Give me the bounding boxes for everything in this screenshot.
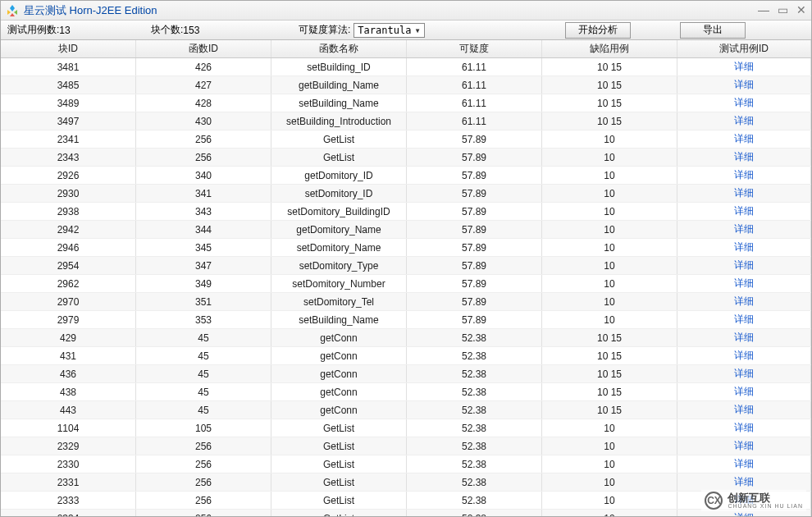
cell-func-name: getBuilding_Name bbox=[271, 76, 407, 94]
cell-score: 57.89 bbox=[407, 203, 542, 220]
detail-link[interactable]: 详细 bbox=[677, 474, 811, 491]
col-score[interactable]: 可疑度 bbox=[407, 40, 542, 57]
cell-func-id: 430 bbox=[136, 112, 271, 130]
test-cases-count: 测试用例数: 13 bbox=[1, 23, 144, 37]
cell-block-id: 2942 bbox=[1, 221, 136, 238]
table-row: 43845getConn52.3810 15详细 bbox=[1, 383, 811, 401]
table-row: 2938343setDomitory_BuildingID57.8910详细 bbox=[1, 203, 811, 221]
table-row: 3485427getBuilding_Name61.1110 15详细 bbox=[1, 76, 811, 94]
cell-score: 52.38 bbox=[407, 383, 542, 400]
cell-fail-cases: 10 15 bbox=[542, 94, 677, 112]
cell-score: 57.89 bbox=[407, 311, 542, 328]
col-case-id[interactable]: 测试用例ID bbox=[677, 40, 811, 57]
cell-func-id: 256 bbox=[136, 510, 271, 517]
cell-block-id: 438 bbox=[1, 383, 136, 400]
cell-func-id: 351 bbox=[136, 293, 271, 310]
cell-func-id: 353 bbox=[136, 311, 271, 328]
cell-fail-cases: 10 bbox=[542, 167, 677, 184]
detail-link[interactable]: 详细 bbox=[677, 275, 811, 292]
cell-block-id: 2329 bbox=[1, 437, 136, 455]
detail-link[interactable]: 详细 bbox=[677, 455, 811, 473]
cell-block-id: 1104 bbox=[1, 419, 136, 437]
data-table: 3481426setBuilding_ID61.1110 15详细3485427… bbox=[1, 58, 811, 517]
cell-block-id: 2343 bbox=[1, 149, 136, 166]
table-row: 2962349setDomitory_Number57.8910详细 bbox=[1, 275, 811, 293]
detail-link[interactable]: 详细 bbox=[677, 347, 811, 364]
detail-link[interactable]: 详细 bbox=[677, 257, 811, 274]
detail-link[interactable]: 详细 bbox=[677, 365, 811, 382]
cell-fail-cases: 10 bbox=[542, 455, 677, 473]
blocks-count: 块个数: 153 bbox=[144, 23, 292, 37]
cell-fail-cases: 10 bbox=[542, 130, 677, 148]
detail-link[interactable]: 详细 bbox=[677, 167, 811, 184]
detail-link[interactable]: 详细 bbox=[677, 185, 811, 202]
analyze-button[interactable]: 开始分析 bbox=[565, 22, 631, 39]
cell-func-name: setBuilding_Introduction bbox=[271, 112, 407, 130]
watermark: CX 创新互联 CHUANG XIN HU LIAN bbox=[701, 490, 806, 511]
detail-link[interactable]: 详细 bbox=[677, 437, 811, 455]
cell-fail-cases: 10 bbox=[542, 203, 677, 220]
cell-fail-cases: 10 bbox=[542, 492, 677, 509]
detail-link[interactable]: 详细 bbox=[677, 383, 811, 400]
export-button[interactable]: 导出 bbox=[680, 22, 746, 39]
detail-link[interactable]: 详细 bbox=[677, 221, 811, 238]
detail-link[interactable]: 详细 bbox=[677, 311, 811, 328]
close-icon[interactable]: ✕ bbox=[796, 3, 806, 16]
table-row: 2334256GetList52.3810详细 bbox=[1, 510, 811, 517]
cell-func-id: 340 bbox=[136, 167, 271, 184]
cell-func-id: 256 bbox=[136, 437, 271, 455]
table-row: 3489428setBuilding_Name61.1110 15详细 bbox=[1, 94, 811, 112]
algorithm-select[interactable]: Tarantula ▾ bbox=[354, 23, 424, 38]
cell-func-name: setDomitory_ID bbox=[271, 185, 407, 202]
detail-link[interactable]: 详细 bbox=[677, 239, 811, 256]
cell-block-id: 429 bbox=[1, 329, 136, 346]
cell-score: 57.89 bbox=[407, 239, 542, 256]
cell-func-name: getConn bbox=[271, 365, 407, 382]
table-row: 2930341setDomitory_ID57.8910详细 bbox=[1, 185, 811, 203]
detail-link[interactable]: 详细 bbox=[677, 94, 811, 112]
cell-func-name: getDomitory_Name bbox=[271, 221, 407, 238]
cell-fail-cases: 10 bbox=[542, 275, 677, 292]
table-row: 2331256GetList52.3810详细 bbox=[1, 474, 811, 492]
cell-score: 52.38 bbox=[407, 365, 542, 382]
cell-fail-cases: 10 bbox=[542, 221, 677, 238]
blocks-label: 块个数: bbox=[151, 23, 183, 37]
detail-link[interactable]: 详细 bbox=[677, 419, 811, 437]
minimize-icon[interactable]: — bbox=[758, 3, 769, 16]
detail-link[interactable]: 详细 bbox=[677, 329, 811, 346]
cell-score: 57.89 bbox=[407, 149, 542, 166]
cell-func-id: 428 bbox=[136, 94, 271, 112]
maximize-icon[interactable]: ▭ bbox=[778, 3, 788, 16]
col-func-name[interactable]: 函数名称 bbox=[271, 40, 407, 57]
detail-link[interactable]: 详细 bbox=[677, 203, 811, 220]
titlebar: 星云测试 Horn-J2EE Edition — ▭ ✕ bbox=[1, 1, 811, 21]
detail-link[interactable]: 详细 bbox=[677, 58, 811, 75]
cell-func-id: 347 bbox=[136, 257, 271, 274]
cell-func-id: 256 bbox=[136, 492, 271, 509]
toolbar: 测试用例数: 13 块个数: 153 可疑度算法: Tarantula ▾ 开始… bbox=[1, 21, 811, 40]
algo-selected-value: Tarantula bbox=[358, 25, 411, 36]
detail-link[interactable]: 详细 bbox=[677, 130, 811, 148]
detail-link[interactable]: 详细 bbox=[677, 401, 811, 419]
cell-block-id: 431 bbox=[1, 347, 136, 364]
cell-func-name: setDomitory_Number bbox=[271, 275, 407, 292]
detail-link[interactable]: 详细 bbox=[677, 112, 811, 130]
detail-link[interactable]: 详细 bbox=[677, 149, 811, 166]
cell-fail-cases: 10 bbox=[542, 311, 677, 328]
cell-fail-cases: 10 15 bbox=[542, 112, 677, 130]
cell-func-id: 45 bbox=[136, 347, 271, 364]
detail-link[interactable]: 详细 bbox=[677, 293, 811, 310]
col-block-id[interactable]: 块ID bbox=[1, 40, 136, 57]
table-row: 2343256GetList57.8910详细 bbox=[1, 149, 811, 167]
col-fail[interactable]: 缺陷用例 bbox=[542, 40, 677, 57]
cell-func-id: 256 bbox=[136, 474, 271, 491]
cell-block-id: 2946 bbox=[1, 239, 136, 256]
cell-func-name: GetList bbox=[271, 492, 407, 509]
detail-link[interactable]: 详细 bbox=[677, 76, 811, 94]
cell-func-name: setDomitory_Tel bbox=[271, 293, 407, 310]
cell-block-id: 3481 bbox=[1, 58, 136, 75]
col-func-id[interactable]: 函数ID bbox=[136, 40, 271, 57]
table-row: 2954347setDomitory_Type57.8910详细 bbox=[1, 257, 811, 275]
cell-block-id: 2330 bbox=[1, 455, 136, 473]
cell-func-id: 344 bbox=[136, 221, 271, 238]
